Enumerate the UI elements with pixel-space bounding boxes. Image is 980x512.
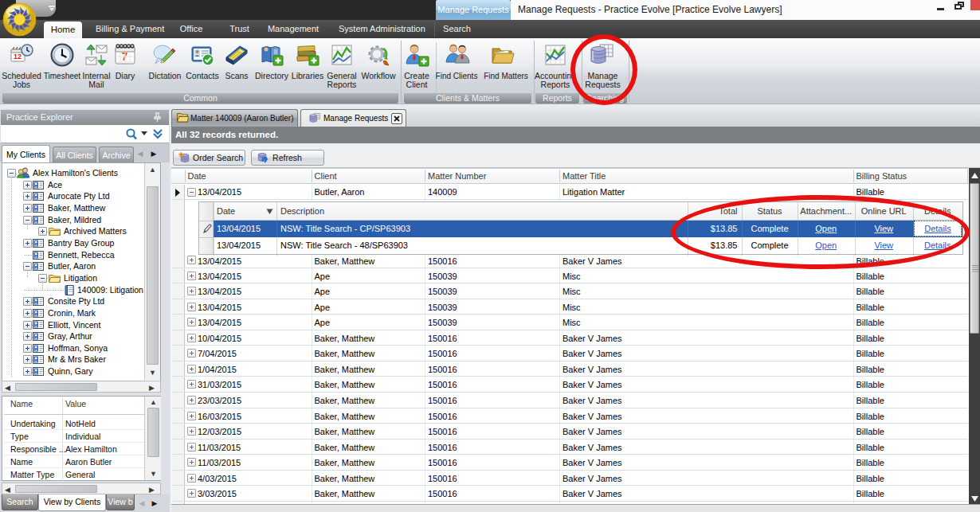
svg-text:12: 12 <box>14 53 22 61</box>
